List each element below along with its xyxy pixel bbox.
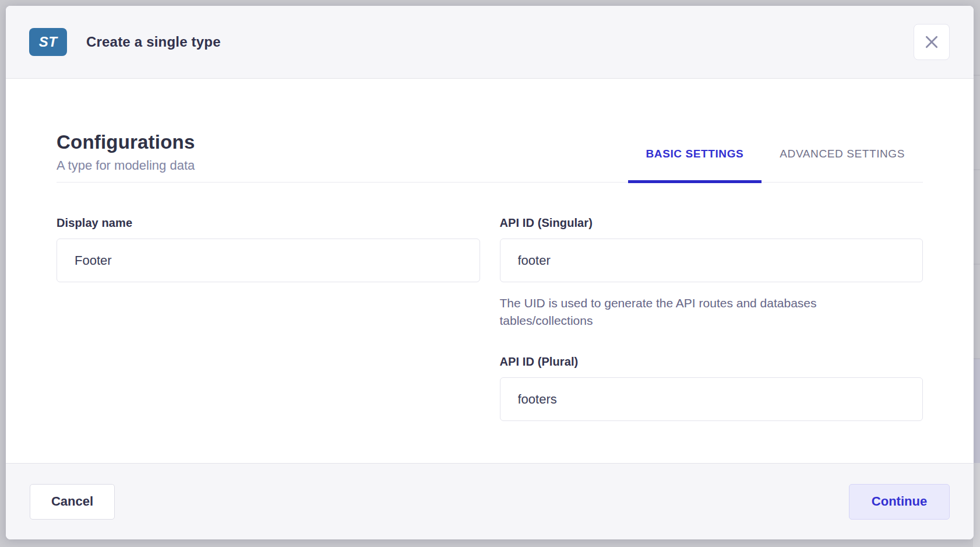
page-subtitle: A type for modeling data [57,158,195,173]
form-column-left: Display name [57,216,480,282]
background-segment [973,463,980,547]
create-single-type-modal: ST Create a single type Configurations A… [6,6,974,539]
background-row-divider [973,169,980,170]
heading-block: Configurations A type for modeling data [57,131,195,182]
api-id-singular-label: API ID (Singular) [500,216,923,230]
background-row-divider [973,358,980,359]
configuration-form: Display name API ID (Singular) The UID i… [57,216,923,421]
background-page-strip [973,0,980,547]
display-name-field: Display name [57,216,480,282]
single-type-icon: ST [29,28,67,56]
tab-advanced-settings[interactable]: ADVANCED SETTINGS [762,148,923,182]
display-name-input[interactable] [57,239,480,282]
continue-button[interactable]: Continue [849,484,950,520]
api-id-help-text: The UID is used to generate the API rout… [500,294,896,329]
background-segment [973,0,980,358]
page-title: Configurations [57,131,195,153]
background-row-divider [973,264,980,265]
cancel-button[interactable]: Cancel [30,484,115,520]
display-name-label: Display name [57,216,480,230]
api-id-singular-field: API ID (Singular) The UID is used to gen… [500,216,923,329]
api-id-plural-input[interactable] [500,377,923,421]
modal-title: Create a single type [86,34,221,50]
api-id-plural-label: API ID (Plural) [500,355,923,369]
background-row-divider [973,75,980,76]
background-segment [973,358,980,463]
modal-header: ST Create a single type [6,6,974,79]
configurations-header-row: Configurations A type for modeling data … [57,131,923,183]
api-id-plural-field: API ID (Plural) [500,355,923,421]
settings-tabs: BASIC SETTINGS ADVANCED SETTINGS [628,148,923,182]
tab-basic-settings[interactable]: BASIC SETTINGS [628,148,762,182]
form-column-right: API ID (Singular) The UID is used to gen… [500,216,923,421]
modal-body: Configurations A type for modeling data … [6,79,974,463]
close-icon [924,34,939,50]
modal-footer: Cancel Continue [6,463,974,539]
close-button[interactable] [914,24,950,60]
api-id-singular-input[interactable] [500,239,923,282]
